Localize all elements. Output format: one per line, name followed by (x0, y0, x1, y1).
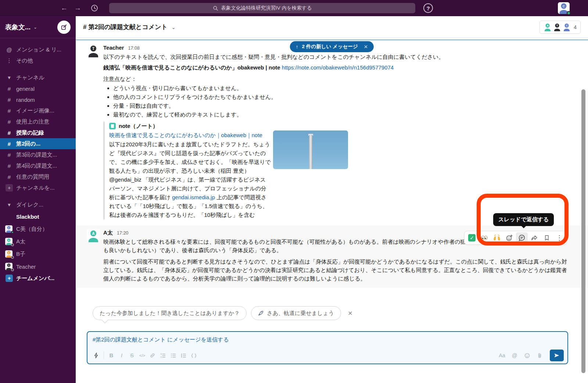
ordered-list-button[interactable] (158, 350, 168, 361)
sidebar-channel-class-records[interactable]: # 授業の記録 (0, 127, 76, 138)
chip-label: たった今参加しました！聞き逃したことはありますか？ (100, 310, 240, 317)
avatar[interactable]: T (87, 44, 100, 57)
emoji-picker-button[interactable] (522, 350, 532, 361)
dm-section-header[interactable]: ▾ ダイレク... (0, 199, 76, 210)
preview-title-link[interactable]: 映画を倍速で見ることのなにがわるいのか｜obakeweb｜note (109, 131, 271, 139)
blockquote-button[interactable] (178, 350, 189, 361)
search-icon (213, 6, 218, 11)
code-block-button[interactable] (189, 350, 199, 361)
member-stack[interactable]: A T C 4 (539, 21, 581, 34)
history-back-button[interactable]: ← (61, 4, 68, 12)
bullet-item: 分量・回数は自由です。 (113, 101, 567, 110)
eyes-emoji-button[interactable] (478, 232, 490, 243)
history-forward-button[interactable]: → (74, 4, 81, 12)
search-input[interactable]: 表象文化論特殊研究演習IV 内を検索する (109, 3, 415, 13)
sidebar-dm-self[interactable]: C C美（自分） (0, 223, 76, 235)
more-actions-button[interactable]: ⋮ (553, 232, 565, 243)
bookmark-button[interactable] (541, 232, 553, 243)
sidebar-channel-image[interactable]: # イメージ画像... (0, 105, 76, 116)
history-clock-icon[interactable] (90, 4, 98, 12)
sidebar-dm-a-ta[interactable]: A A太 (0, 235, 76, 248)
more-dots-icon: ⋮ (5, 57, 13, 64)
sidebar-add-channel[interactable]: + チャンネルを... (0, 182, 76, 193)
italic-button[interactable]: I (116, 350, 127, 361)
sidebar-channel-session4[interactable]: # 第4回の課題文... (0, 160, 76, 171)
raised-hands-emoji-button[interactable] (491, 232, 503, 243)
plus-icon: + (6, 184, 13, 192)
sidebar-channel-random[interactable]: # random (0, 94, 76, 105)
sidebar-dm-slackbot[interactable]: Slackbot (0, 210, 76, 223)
bullet-item: 最初なので、練習として軽めのテキストにします。 (113, 110, 567, 119)
message-actions-toolbar: ✓ ⋮ (464, 231, 567, 245)
channels-section-header[interactable]: ▾ チャンネル (0, 72, 76, 83)
channel-label: 授業の記録 (16, 129, 44, 136)
presence-offline-dot (11, 256, 14, 259)
bullet-item: どういう視点・切り口から書いてもかまいません。 (113, 84, 567, 92)
arrow-up-icon: ↑ (296, 44, 298, 50)
preview-thumbnail-image[interactable] (273, 130, 348, 169)
member-avatar: A (544, 23, 552, 31)
chips-close-button[interactable]: ✕ (348, 310, 352, 317)
channel-title-text: 第2回の課題文献とコメント (88, 24, 168, 31)
workspace-name[interactable]: 表象文... (5, 23, 31, 32)
composer-toolbar: B I S </> Aa @ (87, 347, 567, 364)
sidebar-dm-teacher[interactable]: T Teacher (0, 260, 76, 273)
message-timestamp[interactable]: 17:20 (117, 230, 128, 236)
user-avatar-button[interactable]: C (558, 2, 570, 14)
sidebar-channel-session2-selected[interactable]: # 第2回の... (0, 138, 76, 149)
chevron-down-icon: ⌄ (33, 25, 57, 30)
strikethrough-button[interactable]: S (127, 350, 137, 361)
dm-label: C美（自分） (16, 226, 48, 233)
suggestion-chip-just-joined[interactable]: たった今参加しました！聞き逃したことはありますか？ (93, 306, 247, 320)
sidebar-channel-session3[interactable]: # 第3回の課題文... (0, 149, 76, 160)
help-button[interactable]: ? (423, 3, 433, 13)
send-button[interactable] (550, 350, 564, 361)
thumbnail-tower (309, 135, 312, 169)
message-list: ↑ 2 件の新しい メッセージ ✕ T Teacher 17:08 以下のテキス… (76, 38, 588, 306)
reference-link[interactable]: https://note.com/obakeweb/n/n156d9577907… (282, 64, 394, 71)
avatar[interactable]: A (87, 229, 100, 242)
message-author[interactable]: A太 (103, 229, 113, 236)
vertical-scrollbar[interactable] (581, 89, 585, 373)
channel-title[interactable]: # 第2回の課題文献とコメント ⌄ (83, 23, 176, 31)
suggestion-chips-row: たった今参加しました！聞き逃したことはありますか？ さあ、軌道に乗せましょう ✕ (93, 306, 353, 320)
sidebar-dm-b-ko[interactable]: B B子 (0, 248, 76, 260)
hash-icon: # (5, 97, 13, 103)
channel-label: イメージ画像... (16, 107, 54, 114)
sidebar-item-more[interactable]: ⋮ その他 (0, 55, 76, 66)
link-button[interactable] (147, 350, 158, 361)
new-messages-banner[interactable]: ↑ 2 件の新しい メッセージ ✕ (290, 41, 374, 52)
hash-icon: # (5, 86, 13, 92)
bullet-item: 他の人のコメントにリプライをつけるかたちでもかまいません。 (113, 93, 567, 101)
thread-reply-tooltip: スレッドで返信する (493, 213, 554, 226)
sidebar-add-team-member[interactable]: + チームメンバ... (0, 273, 76, 284)
channel-label: 使用上の注意 (16, 118, 49, 125)
bulleted-list-button[interactable] (168, 350, 178, 361)
sidebar-channel-usage-notes[interactable]: # 使用上の注意 (0, 116, 76, 127)
message-timestamp[interactable]: 17:08 (128, 46, 140, 51)
hash-icon: # (5, 152, 13, 158)
suggestion-chip-get-on-track[interactable]: さあ、軌道に乗せましょう (251, 306, 341, 320)
shortcuts-lightning-button[interactable] (91, 350, 101, 361)
reply-in-thread-button[interactable] (516, 232, 528, 243)
attach-file-button[interactable] (534, 350, 545, 361)
share-message-button[interactable] (528, 232, 540, 243)
hash-icon: # (5, 119, 13, 125)
bold-button[interactable]: B (106, 350, 116, 361)
channel-label: 任意の質問用 (16, 173, 49, 180)
message-composer: #第2回の課題文献とコメント にメッセージを送信する B I S </> (87, 331, 568, 364)
close-icon[interactable]: ✕ (364, 44, 368, 50)
text-format-toggle-button[interactable]: Aa (497, 350, 507, 361)
workspace-header: 表象文... ⌄ (0, 16, 76, 38)
mention-button[interactable]: @ (509, 350, 520, 361)
compose-button[interactable] (57, 21, 71, 34)
check-mark-emoji-button[interactable]: ✓ (466, 232, 478, 243)
code-button[interactable]: </> (137, 350, 147, 361)
sidebar-channel-general[interactable]: # general (0, 83, 76, 94)
sidebar-channel-questions[interactable]: # 任意の質問用 (0, 171, 76, 182)
message-input[interactable]: #第2回の課題文献とコメント にメッセージを送信する (87, 332, 567, 343)
message-author[interactable]: Teacher (103, 44, 124, 51)
sidebar-item-mentions[interactable]: @ メンション & リ... (0, 44, 76, 55)
inline-link[interactable]: gendai.ismedia.jp (172, 194, 215, 200)
add-reaction-button[interactable] (503, 232, 515, 243)
